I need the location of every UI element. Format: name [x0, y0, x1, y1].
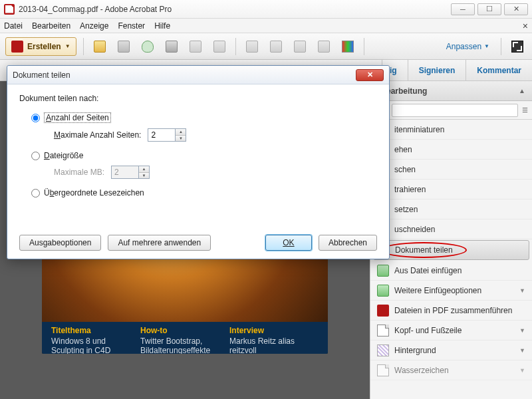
- toolbar-button-2[interactable]: [243, 37, 261, 56]
- background-icon: [377, 344, 389, 356]
- band-col3-sub: Markus Reitz alias reitzvoll: [229, 336, 319, 354]
- panel-menu-icon[interactable]: ☰: [522, 106, 528, 114]
- app-icon: [4, 4, 15, 15]
- collapse-icon[interactable]: ▲: [519, 87, 525, 94]
- disk-icon: [118, 41, 130, 53]
- dialog-close-button[interactable]: ✕: [356, 69, 384, 81]
- split-document-dialog: Dokument teilen ✕ Dokument teilen nach: …: [7, 65, 390, 259]
- output-options-button[interactable]: Ausgabeoptionen: [19, 235, 101, 251]
- maximize-button[interactable]: ☐: [477, 3, 501, 15]
- panel-item-label: ehen: [394, 145, 412, 154]
- chevron-icon: ▼: [519, 367, 525, 374]
- toolbar-button-3[interactable]: [267, 37, 285, 56]
- insert-more-icon: [377, 285, 389, 297]
- panel-item-label: Aus Datei einfügen: [394, 266, 462, 275]
- panel-search-input[interactable]: [392, 104, 518, 117]
- cancel-button[interactable]: Abbrechen: [319, 235, 377, 251]
- panel-item-4[interactable]: setzen: [370, 200, 532, 219]
- panel-item-background[interactable]: Hintergrund▼: [370, 340, 532, 360]
- band-col1-title: Titelthema: [51, 326, 140, 335]
- menu-close-icon[interactable]: ×: [523, 21, 528, 31]
- panel-item-label: itenminiaturen: [394, 125, 444, 134]
- option-filesize-row[interactable]: Dateigröße: [31, 151, 377, 160]
- open-button[interactable]: [90, 37, 109, 56]
- panel-section-header[interactable]: sbearbeitung ▲: [370, 81, 532, 101]
- max-pages-spinner[interactable]: ▲▼: [148, 128, 186, 142]
- customize-button[interactable]: Anpassen ▼: [442, 37, 494, 56]
- band-col2-title: How-to: [140, 326, 229, 335]
- ok-button[interactable]: OK: [265, 235, 312, 251]
- panel-item-label: schen: [394, 165, 416, 174]
- panel-item-0[interactable]: itenminiaturen: [370, 120, 532, 140]
- page-icon: [190, 41, 201, 53]
- minimize-button[interactable]: ─: [451, 3, 475, 15]
- radio-filesize[interactable]: [31, 152, 40, 160]
- max-pages-input[interactable]: [148, 128, 176, 142]
- chevron-icon: ▼: [519, 347, 525, 354]
- panel-item-split-document[interactable]: Dokument teilen: [373, 240, 529, 260]
- save-button[interactable]: [114, 37, 133, 56]
- max-mb-label: Maximale MB:: [54, 168, 104, 177]
- menu-anzeige[interactable]: Anzeige: [80, 21, 108, 31]
- panel-item-label: Dateien in PDF zusammenführen: [394, 306, 512, 315]
- toolbar-button-6[interactable]: [338, 37, 357, 56]
- fullscreen-button[interactable]: [508, 37, 527, 56]
- page-footer-band: TitelthemaWindows 8 und Sculpting in C4D…: [42, 322, 328, 354]
- band-col1-sub: Windows 8 und Sculpting in C4D: [51, 336, 140, 354]
- spinner-down-icon[interactable]: ▼: [176, 136, 186, 142]
- spinner-up-icon[interactable]: ▲: [176, 129, 186, 136]
- dialog-title: Dokument teilen: [13, 70, 70, 80]
- panel-item-1[interactable]: ehen: [370, 140, 532, 160]
- panel-item-5[interactable]: uschneiden: [370, 219, 532, 239]
- close-button[interactable]: ✕: [504, 3, 528, 15]
- folder-open-icon: [94, 41, 106, 53]
- max-mb-spinner: ▲▼: [111, 166, 150, 179]
- create-button[interactable]: Erstellen ▼: [5, 37, 76, 56]
- radio-pages[interactable]: [31, 114, 40, 122]
- fullscreen-icon: [511, 41, 523, 53]
- radio-bookmarks[interactable]: [31, 189, 40, 198]
- panel-item-insert-more[interactable]: Weitere Einfügeoptionen▼: [370, 281, 532, 301]
- cloud-button[interactable]: [138, 37, 157, 56]
- panel-item-headerfooter[interactable]: Kopf- und Fußzeile▼: [370, 321, 532, 340]
- band-col3-title: Interview: [229, 326, 319, 335]
- printer-icon: [166, 41, 178, 53]
- insert-file-icon: [377, 265, 389, 277]
- apply-multiple-button[interactable]: Auf mehrere anwenden: [108, 235, 211, 251]
- envelope-icon: [213, 41, 225, 53]
- panel-item-combine[interactable]: Dateien in PDF zusammenführen: [370, 301, 532, 321]
- print-button[interactable]: [162, 37, 181, 56]
- max-mb-input: [111, 166, 139, 179]
- spinner-up-icon: ▲: [139, 166, 149, 173]
- create-label: Erstellen: [27, 42, 61, 51]
- email-button[interactable]: [210, 37, 229, 56]
- panel-item-insert-file[interactable]: Aus Datei einfügen: [370, 261, 532, 281]
- toolbar-button-4[interactable]: [291, 37, 309, 56]
- option-bookmarks-row[interactable]: Übergeordnete Lesezeichen: [31, 188, 377, 198]
- tab-sign[interactable]: Signieren: [408, 60, 466, 80]
- panel-item-label: setzen: [394, 205, 418, 214]
- menu-bearbeiten[interactable]: Bearbeiten: [32, 21, 70, 31]
- panel-item-2[interactable]: schen: [370, 160, 532, 180]
- panel-item-watermark[interactable]: Wasserzeichen▼: [370, 360, 532, 380]
- max-mb-row: Maximale MB: ▲▼: [54, 166, 377, 179]
- watermark-icon: [377, 364, 389, 376]
- menu-hilfe[interactable]: Hilfe: [154, 21, 170, 31]
- chevron-icon: ▼: [519, 327, 525, 334]
- dialog-titlebar[interactable]: Dokument teilen ✕: [7, 66, 389, 84]
- toolbar-button-5[interactable]: [315, 37, 333, 56]
- panel-item-3[interactable]: trahieren: [370, 180, 532, 200]
- right-panel: sbearbeitung ▲ ☰ itenminiaturen ehen sch…: [370, 81, 532, 399]
- menu-fenster[interactable]: Fenster: [118, 21, 145, 31]
- chevron-down-icon: ▼: [65, 43, 70, 49]
- menu-datei[interactable]: Datei: [4, 21, 23, 31]
- panel-item-label: Dokument teilen: [395, 245, 453, 255]
- tab-comment[interactable]: Kommentar: [466, 60, 532, 80]
- toolbar-button-1[interactable]: [186, 37, 205, 56]
- chevron-down-icon: ▼: [484, 43, 489, 49]
- toolbar: Erstellen ▼ Anpassen ▼: [0, 33, 532, 60]
- option-pages-row[interactable]: Anzahl der Seiten: [31, 112, 377, 123]
- panel-item-label: Kopf- und Fußzeile: [394, 326, 462, 335]
- menu-bar: Datei Bearbeiten Anzeige Fenster Hilfe ×: [0, 19, 532, 33]
- split-by-label: Dokument teilen nach:: [19, 94, 377, 103]
